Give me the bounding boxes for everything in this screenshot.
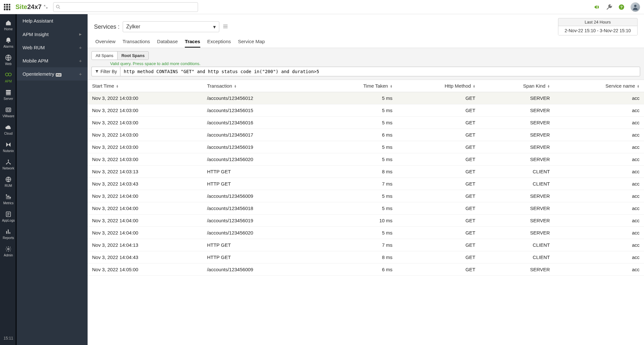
- col-method[interactable]: Http Method▲▼: [397, 80, 480, 92]
- col-time[interactable]: Time Taken▲▼: [317, 80, 397, 92]
- col-svc[interactable]: Service name▲▼: [554, 80, 644, 92]
- plus-icon[interactable]: +: [79, 45, 82, 50]
- server-icon: [5, 89, 12, 96]
- cell-svc: acc: [554, 239, 644, 251]
- nav-nutanix[interactable]: Nutanix: [0, 139, 17, 155]
- tab-database[interactable]: Database: [157, 39, 178, 48]
- top-right-actions: ?: [594, 2, 640, 12]
- nav-network[interactable]: Network: [0, 157, 17, 172]
- time-range-picker[interactable]: Last 24 Hours 2-Nov-22 15:10 - 3-Nov-22 …: [558, 18, 638, 35]
- cell-kind: SERVER: [480, 215, 554, 227]
- table-row[interactable]: Nov 3, 2022 14:04:00/accounts/1234560191…: [88, 215, 644, 227]
- all-spans-btn[interactable]: All Spans: [92, 52, 118, 60]
- nav-reports[interactable]: Reports: [0, 226, 17, 242]
- tab-traces[interactable]: Traces: [185, 39, 200, 48]
- table-row[interactable]: Nov 3, 2022 14:03:00/accounts/1234560205…: [88, 153, 644, 166]
- brand-logo[interactable]: Site24x7: [15, 3, 48, 11]
- expand-icon[interactable]: [43, 3, 48, 11]
- plus-icon[interactable]: +: [79, 71, 82, 77]
- cell-txn: HTTP GET: [203, 166, 317, 178]
- nav-home[interactable]: Home: [0, 17, 17, 33]
- table-row[interactable]: Nov 3, 2022 14:04:00/accounts/1234560095…: [88, 190, 644, 202]
- table-row[interactable]: Nov 3, 2022 14:05:00/accounts/1234560096…: [88, 264, 644, 276]
- subnav-web-rum[interactable]: Web RUM+: [17, 41, 88, 54]
- wrench-icon[interactable]: [606, 4, 612, 10]
- cell-time: 7 ms: [317, 239, 397, 251]
- tab-exceptions[interactable]: Exceptions: [207, 39, 231, 48]
- table-row[interactable]: Nov 3, 2022 14:03:43HTTP GET7 msGETCLIEN…: [88, 178, 644, 190]
- service-select[interactable]: Zylker ▾: [123, 21, 219, 32]
- tab-transactions[interactable]: Transactions: [123, 39, 150, 48]
- apps-grid-icon[interactable]: [4, 4, 10, 10]
- svg-rect-10: [6, 108, 11, 112]
- svg-point-20: [8, 248, 9, 250]
- nav-metrics[interactable]: Metrics: [0, 191, 17, 207]
- nav-web[interactable]: Web: [0, 52, 17, 68]
- nav-cloud[interactable]: Cloud: [0, 122, 17, 137]
- user-avatar[interactable]: [630, 2, 640, 12]
- table-body: Nov 3, 2022 14:03:00/accounts/1234560125…: [88, 92, 644, 276]
- search-input[interactable]: [53, 2, 198, 12]
- table-row[interactable]: Nov 3, 2022 14:03:00/accounts/1234560195…: [88, 141, 644, 153]
- table-row[interactable]: Nov 3, 2022 14:04:43HTTP GET8 msGETCLIEN…: [88, 251, 644, 264]
- nutanix-icon: [5, 141, 12, 148]
- cell-method: GET: [397, 166, 480, 178]
- subnav-opentelemetry[interactable]: Opentelemetry Pvt+: [17, 67, 88, 81]
- nav-clock: 15:11: [4, 331, 13, 345]
- cell-kind: CLIENT: [480, 251, 554, 264]
- plus-icon[interactable]: +: [79, 58, 82, 63]
- cell-kind: SERVER: [480, 92, 554, 104]
- cell-txn: /accounts/123456017: [203, 129, 317, 141]
- brand-part2: 24x7: [27, 3, 42, 10]
- nav-vmware[interactable]: VMware: [0, 104, 17, 120]
- cell-svc: acc: [554, 215, 644, 227]
- col-txn[interactable]: Transaction▲▼: [203, 80, 317, 92]
- svg-rect-11: [7, 109, 10, 111]
- nav-applogs[interactable]: AppLogs: [0, 209, 17, 224]
- subnav-mobile-apm[interactable]: Mobile APM+: [17, 54, 88, 67]
- subnav-help-assistant[interactable]: Help Assistant: [17, 14, 88, 27]
- root-spans-btn[interactable]: Root Spans: [118, 52, 148, 60]
- nav-label: RUM: [5, 184, 12, 187]
- nav-rum[interactable]: RUM: [0, 174, 17, 189]
- cell-method: GET: [397, 215, 480, 227]
- nav-label: AppLogs: [2, 219, 14, 222]
- table-row[interactable]: Nov 3, 2022 14:04:00/accounts/1234560185…: [88, 202, 644, 215]
- announce-icon[interactable]: [594, 4, 600, 10]
- list-view-icon[interactable]: [223, 24, 228, 30]
- traces-table-wrap[interactable]: Start Time▲▼Transaction▲▼Time Taken▲▼Htt…: [88, 80, 644, 345]
- nav-apm[interactable]: APM: [0, 70, 17, 85]
- cell-svc: acc: [554, 129, 644, 141]
- subnav-apm-insight[interactable]: APM Insight▸: [17, 27, 88, 41]
- metrics-icon: [5, 193, 12, 200]
- cell-kind: SERVER: [480, 129, 554, 141]
- cell-start: Nov 3, 2022 14:03:00: [88, 92, 203, 104]
- cell-start: Nov 3, 2022 14:03:00: [88, 117, 203, 129]
- nav-scrollbar[interactable]: [15, 14, 17, 345]
- tab-service-map[interactable]: Service Map: [238, 39, 265, 48]
- nav-server[interactable]: Server: [0, 87, 17, 102]
- table-row[interactable]: Nov 3, 2022 14:03:00/accounts/1234560165…: [88, 117, 644, 129]
- cell-start: Nov 3, 2022 14:05:00: [88, 264, 203, 276]
- table-row[interactable]: Nov 3, 2022 14:03:00/accounts/1234560176…: [88, 129, 644, 141]
- search-icon: [56, 5, 61, 10]
- nav-alarms[interactable]: Alarms: [0, 35, 17, 50]
- tab-overview[interactable]: Overview: [95, 39, 116, 48]
- col-start[interactable]: Start Time▲▼: [88, 80, 203, 92]
- cell-kind: SERVER: [480, 202, 554, 215]
- help-icon[interactable]: ?: [618, 4, 625, 10]
- col-kind[interactable]: Span Kind▲▼: [480, 80, 554, 92]
- span-toggle: All Spans Root Spans: [91, 51, 149, 60]
- table-row[interactable]: Nov 3, 2022 14:03:00/accounts/1234560125…: [88, 92, 644, 104]
- nav-admin[interactable]: Admin: [0, 244, 17, 259]
- cell-kind: CLIENT: [480, 166, 554, 178]
- main-content: Services : Zylker ▾ Last 24 Hours 2-Nov-…: [88, 14, 644, 345]
- cell-svc: acc: [554, 117, 644, 129]
- table-row[interactable]: Nov 3, 2022 14:03:00/accounts/1234560155…: [88, 104, 644, 117]
- table-row[interactable]: Nov 3, 2022 14:03:13HTTP GET8 msGETCLIEN…: [88, 166, 644, 178]
- filter-query-input[interactable]: [120, 67, 640, 76]
- table-row[interactable]: Nov 3, 2022 14:04:13HTTP GET7 msGETCLIEN…: [88, 239, 644, 251]
- table-row[interactable]: Nov 3, 2022 14:04:00/accounts/1234560205…: [88, 227, 644, 239]
- rum-icon: [5, 176, 12, 183]
- cell-kind: SERVER: [480, 117, 554, 129]
